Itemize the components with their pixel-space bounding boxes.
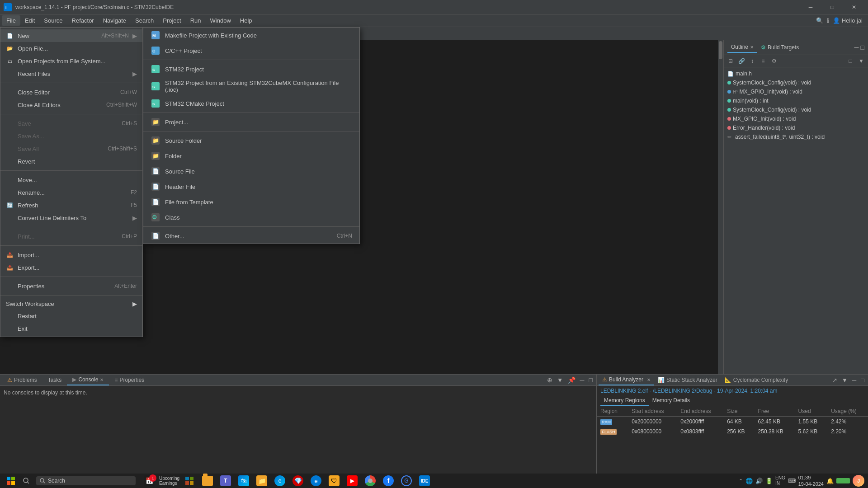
- console-minimize-icon[interactable]: ─: [578, 375, 586, 385]
- submenu-stm32-project[interactable]: S STM32 Project: [143, 61, 359, 77]
- menu-run[interactable]: Run: [186, 15, 206, 26]
- collapse-all-icon[interactable]: ⊟: [726, 56, 736, 66]
- tab-tasks[interactable]: Tasks: [42, 375, 67, 385]
- build-analyzer-close[interactable]: ✕: [647, 377, 651, 382]
- tab-memory-regions[interactable]: Memory Regions: [600, 396, 649, 406]
- outline-item-main[interactable]: main(void) : int: [724, 96, 868, 105]
- console-tab-close[interactable]: ✕: [100, 377, 104, 382]
- taskbar-ide[interactable]: IDE: [416, 474, 433, 488]
- menu-restart[interactable]: Restart: [0, 310, 142, 322]
- settings-icon[interactable]: ⚙: [769, 56, 779, 66]
- tab-outline[interactable]: Outline ✕: [727, 42, 757, 53]
- build-dropdown-icon[interactable]: ▼: [840, 376, 849, 385]
- outline-item-sysclock[interactable]: SystemClock_Config(void) : void: [724, 78, 868, 87]
- taskbar-search[interactable]: [18, 474, 34, 488]
- tab-memory-details[interactable]: Memory Details: [649, 396, 693, 406]
- taskbar-edge[interactable]: e: [272, 474, 288, 488]
- menu-switch-workspace[interactable]: Switch Workspace ▶: [0, 298, 142, 310]
- console-maximize-icon[interactable]: □: [587, 375, 594, 385]
- outline-item-mxgpio[interactable]: MX_GPIO_Init(void) : void: [724, 114, 868, 123]
- more-options-icon[interactable]: ▼: [856, 56, 866, 66]
- build-minimize-icon[interactable]: ─: [850, 376, 858, 385]
- menu-revert[interactable]: Revert: [0, 155, 142, 168]
- submenu-source-folder[interactable]: 📁 Source Folder: [143, 133, 359, 148]
- tab-cyclomatic[interactable]: 📐 Cyclomatic Complexity: [721, 375, 792, 385]
- menu-recent-files[interactable]: Recent Files ▶: [0, 67, 142, 80]
- submenu-file-template[interactable]: 📄 File from Template: [143, 194, 359, 210]
- taskbar-chrome[interactable]: [362, 474, 378, 488]
- speaker-icon[interactable]: 🔊: [755, 478, 763, 484]
- taskbar-facebook[interactable]: f: [380, 474, 396, 488]
- menu-open-file[interactable]: 📂 Open File...: [0, 42, 142, 55]
- panel-minimize-icon[interactable]: ─: [854, 44, 859, 51]
- panel-view-icon[interactable]: □: [845, 56, 855, 66]
- submenu-makefile[interactable]: M Makefile Project with Existing Code: [143, 28, 359, 43]
- taskbar-ruby[interactable]: 💎: [290, 474, 306, 488]
- tray-chevron-icon[interactable]: ⌃: [739, 478, 743, 484]
- submenu-class[interactable]: ⚙ Class: [143, 210, 359, 225]
- sort-icon[interactable]: ↕: [747, 56, 757, 66]
- tab-problems[interactable]: ⚠ Problems: [2, 375, 42, 385]
- menu-exit[interactable]: Exit: [0, 322, 142, 335]
- menu-refactor[interactable]: Refactor: [67, 15, 99, 26]
- console-pin-icon[interactable]: 📌: [566, 375, 577, 385]
- tab-static-stack[interactable]: 📊 Static Stack Analyzer: [654, 375, 721, 385]
- taskbar-shield[interactable]: 🛡: [326, 474, 342, 488]
- menu-properties[interactable]: Properties Alt+Enter: [0, 280, 142, 292]
- submenu-source-file[interactable]: 📄 Source File: [143, 164, 359, 179]
- notification-icon[interactable]: 🔔: [826, 478, 834, 484]
- submenu-header-file[interactable]: 📄 Header File: [143, 179, 359, 194]
- submenu-other[interactable]: 📄 Other... Ctrl+N: [143, 228, 359, 244]
- taskbar-windows-btn[interactable]: [181, 474, 198, 488]
- tab-properties[interactable]: ≡ Properties: [109, 375, 150, 385]
- outline-item-mainh[interactable]: 📄 main.h: [724, 69, 868, 78]
- tab-build-targets[interactable]: ⚙ Build Targets: [757, 42, 802, 52]
- info-icon[interactable]: ℹ: [827, 17, 829, 24]
- close-button[interactable]: ✕: [844, 0, 864, 14]
- menu-navigate[interactable]: Navigate: [99, 15, 131, 26]
- menu-edit[interactable]: Edit: [20, 15, 39, 26]
- menu-window[interactable]: Window: [206, 15, 236, 26]
- menu-help[interactable]: Help: [236, 15, 257, 26]
- search-bar[interactable]: Search: [36, 476, 136, 485]
- menu-close-editor[interactable]: Close Editor Ctrl+W: [0, 86, 142, 99]
- taskbar-ie[interactable]: e: [308, 474, 324, 488]
- submenu-stm32-ioc[interactable]: S STM32 Project from an Existing STM32Cu…: [143, 77, 359, 96]
- vertical-scrollbar[interactable]: [718, 40, 723, 374]
- taskbar-files[interactable]: 📁: [254, 474, 270, 488]
- menu-file[interactable]: File: [2, 15, 20, 26]
- menu-move[interactable]: Move...: [0, 174, 142, 186]
- start-button[interactable]: [4, 474, 18, 488]
- menu-new[interactable]: 📄 New Alt+Shift+N ▶: [0, 29, 142, 42]
- menu-convert-line[interactable]: Convert Line Delimiters To ▶: [0, 211, 142, 224]
- outline-item-error-handler[interactable]: Error_Handler(void) : void: [724, 123, 868, 132]
- link-editor-icon[interactable]: 🔗: [736, 56, 746, 66]
- menu-refresh[interactable]: 🔄 Refresh F5: [0, 199, 142, 211]
- keyboard-icon[interactable]: ⌨: [788, 478, 796, 484]
- menu-import[interactable]: 📥 Import...: [0, 249, 142, 261]
- network-icon[interactable]: 🌐: [745, 478, 753, 484]
- taskbar-chrome2[interactable]: G: [398, 474, 415, 488]
- menu-close-all-editors[interactable]: Close All Editors Ctrl+Shift+W: [0, 99, 142, 111]
- tab-console[interactable]: ▶ Console ✕: [67, 375, 109, 385]
- taskbar-youtube[interactable]: ▶: [344, 474, 360, 488]
- minimize-button[interactable]: ─: [800, 0, 821, 14]
- submenu-cpp-project[interactable]: C C/C++ Project: [143, 43, 359, 58]
- maximize-button[interactable]: □: [822, 0, 843, 14]
- search-icon[interactable]: 🔍: [816, 17, 823, 24]
- menu-search[interactable]: Search: [131, 15, 158, 26]
- hide-fields-icon[interactable]: ≡: [758, 56, 768, 66]
- taskbar-teams[interactable]: T: [217, 474, 234, 488]
- battery-icon[interactable]: 🔋: [765, 478, 773, 484]
- menu-project[interactable]: Project: [158, 15, 185, 26]
- build-maximize-icon[interactable]: □: [859, 376, 866, 385]
- submenu-stm32-cmake[interactable]: S STM32 CMake Project: [143, 96, 359, 111]
- menu-source[interactable]: Source: [39, 15, 67, 26]
- upcoming-app[interactable]: 📅 1: [141, 474, 157, 488]
- taskbar-store[interactable]: 🛍: [236, 474, 252, 488]
- console-dropdown-icon[interactable]: ▼: [555, 375, 565, 385]
- user-avatar[interactable]: J: [853, 475, 864, 487]
- menu-rename[interactable]: Rename... F2: [0, 186, 142, 199]
- scrollbar-thumb[interactable]: [719, 41, 722, 59]
- submenu-folder[interactable]: 📁 Folder: [143, 148, 359, 164]
